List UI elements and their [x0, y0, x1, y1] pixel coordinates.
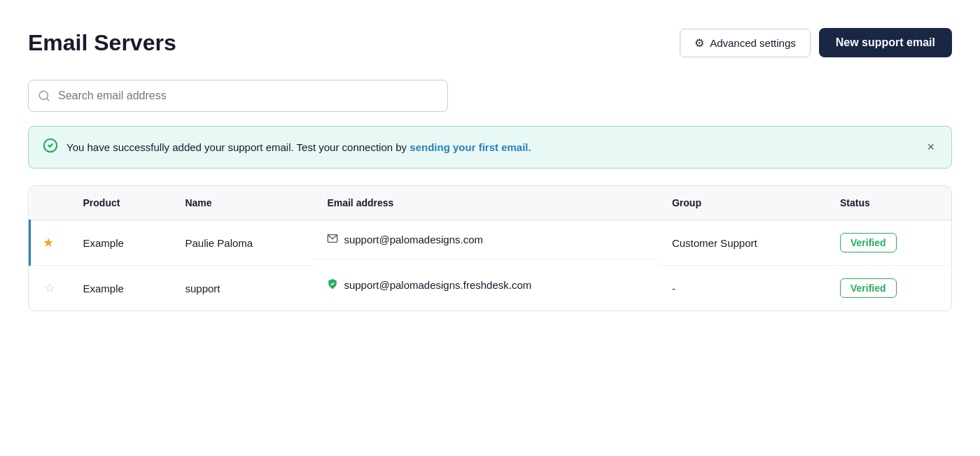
envelope-icon — [327, 233, 338, 246]
success-banner: You have successfully added your support… — [28, 126, 952, 169]
email-address-text: support@palomadesigns.freshdesk.com — [344, 279, 531, 291]
advanced-settings-label: Advanced settings — [710, 37, 796, 49]
search-container — [28, 80, 952, 112]
new-support-email-label: New support email — [836, 36, 935, 48]
gear-icon: ⚙ — [694, 36, 704, 50]
status-cell: Verified — [826, 220, 951, 266]
col-status: Status — [826, 186, 951, 220]
svg-line-1 — [46, 98, 48, 100]
product-cell: Example — [69, 266, 172, 311]
group-cell: Customer Support — [658, 220, 826, 266]
page-header: Email Servers ⚙ Advanced settings New su… — [28, 28, 952, 57]
name-cell: Paulie Paloma — [171, 220, 313, 266]
banner-link[interactable]: sending your first email. — [410, 141, 531, 153]
shield-icon — [327, 278, 338, 292]
email-cell: support@palomadesigns.freshdesk.com — [313, 266, 658, 305]
col-group: Group — [658, 186, 826, 220]
search-input[interactable] — [28, 80, 448, 112]
email-servers-table: Product Name Email address Group Status … — [28, 185, 952, 311]
banner-close-button[interactable]: × — [924, 140, 937, 155]
group-cell: - — [658, 266, 826, 311]
new-support-email-button[interactable]: New support email — [819, 28, 952, 57]
name-cell: support — [171, 266, 313, 311]
status-cell: Verified — [826, 266, 951, 311]
page-title: Email Servers — [28, 30, 176, 56]
table-row: ☆Examplesupportsupport@palomadesigns.fre… — [30, 266, 952, 311]
col-product-label: Product — [69, 186, 172, 220]
success-banner-content: You have successfully added your support… — [43, 138, 531, 157]
star-filled-icon[interactable]: ★ — [43, 236, 54, 250]
email-cell: support@palomadesigns.com — [313, 220, 658, 259]
col-name: Name — [171, 186, 313, 220]
product-cell: Example — [69, 220, 172, 266]
status-badge: Verified — [840, 278, 897, 298]
search-icon — [38, 90, 50, 102]
header-actions: ⚙ Advanced settings New support email — [680, 28, 952, 57]
email-address-text: support@palomadesigns.com — [344, 234, 483, 245]
col-product — [30, 186, 69, 220]
success-icon — [43, 138, 58, 157]
col-email: Email address — [313, 186, 658, 220]
banner-message: You have successfully added your support… — [66, 141, 531, 153]
status-badge: Verified — [840, 233, 897, 252]
star-empty-icon[interactable]: ☆ — [44, 281, 55, 295]
table-row: ★ExamplePaulie Palomasupport@palomadesig… — [30, 220, 952, 266]
table-header-row: Product Name Email address Group Status — [30, 186, 952, 220]
advanced-settings-button[interactable]: ⚙ Advanced settings — [680, 29, 811, 57]
